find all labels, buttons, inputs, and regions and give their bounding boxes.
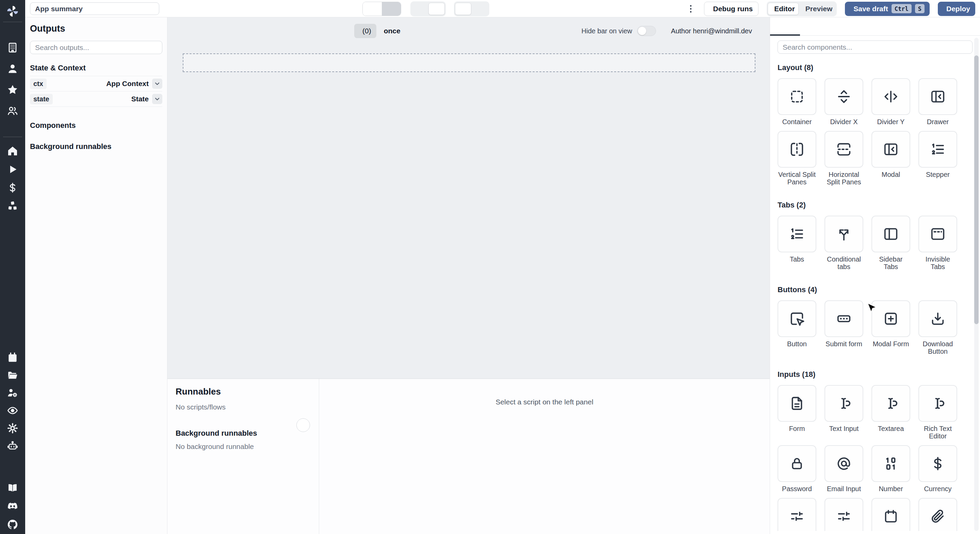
component-card-divider-x[interactable] <box>824 78 863 115</box>
component-card-conditional-tabs[interactable] <box>824 216 863 253</box>
scrollbar-thumb[interactable] <box>974 56 978 324</box>
canvas-dropzone[interactable] <box>183 53 756 72</box>
component-card-drawer[interactable] <box>918 78 957 115</box>
component-card-currency[interactable] <box>918 445 957 482</box>
component-item: File Input <box>918 498 957 531</box>
component-card-date[interactable] <box>872 498 910 531</box>
preview-tab[interactable]: Preview <box>799 3 836 15</box>
component-card-tabs[interactable] <box>778 216 816 253</box>
fullwidth-layout-button[interactable] <box>472 3 488 15</box>
gear-icon[interactable] <box>6 422 19 434</box>
component-item: Vertical Split Panes <box>778 131 816 186</box>
component-card-invisible-tabs[interactable] <box>918 216 957 253</box>
user-icon[interactable] <box>6 63 19 75</box>
panel-left-close-icon <box>930 89 946 105</box>
users-gear-icon[interactable] <box>6 387 19 399</box>
component-item: Conditional tabs <box>824 216 863 270</box>
component-card-range[interactable] <box>824 498 863 531</box>
hide-bar-toggle[interactable] <box>637 26 656 36</box>
component-card-sidebar-tabs[interactable] <box>872 216 910 253</box>
tab-components-settings[interactable] <box>797 17 823 35</box>
boxes-icon[interactable] <box>6 200 19 212</box>
component-card-divider-y[interactable] <box>872 78 910 115</box>
component-card-button[interactable] <box>778 300 816 337</box>
separator-v-icon <box>883 89 899 105</box>
save-draft-button[interactable]: Save draft Ctrl S <box>845 2 930 16</box>
component-card-email-input[interactable] <box>824 445 863 482</box>
component-card-container[interactable] <box>778 78 816 115</box>
tab-theme[interactable] <box>823 17 850 35</box>
component-item: Stepper <box>918 131 957 186</box>
component-card-text-input[interactable] <box>824 385 863 422</box>
active-tab-underline <box>770 34 800 36</box>
home-icon[interactable] <box>6 145 19 157</box>
debug-runs-button[interactable]: Debug runs <box>704 2 759 16</box>
search-components-input[interactable] <box>778 40 972 54</box>
app-canvas[interactable]: (0) once Hide bar on view Author henri@w… <box>167 17 770 378</box>
calendar-icon[interactable] <box>6 351 19 364</box>
component-card-rich-text-editor[interactable] <box>918 385 957 422</box>
component-card-form[interactable] <box>778 385 816 422</box>
github-icon[interactable] <box>6 518 19 531</box>
schedule-select[interactable]: once <box>384 27 403 35</box>
panel-dashed-icon <box>930 226 946 242</box>
center-layout-button[interactable] <box>455 3 471 15</box>
component-item: Form <box>778 385 816 440</box>
mobile-view-button[interactable] <box>411 3 428 15</box>
component-label: Currency <box>924 485 951 493</box>
building-icon[interactable] <box>6 41 19 54</box>
app-summary-input[interactable] <box>30 2 159 15</box>
chevron-down-icon <box>154 80 161 87</box>
component-card-modal[interactable] <box>872 131 910 168</box>
desktop-view-button[interactable] <box>428 3 445 15</box>
component-card-file-input[interactable] <box>918 498 957 531</box>
component-item: Modal <box>872 131 910 186</box>
tab-insert-component[interactable] <box>770 17 797 35</box>
refresh-count-button[interactable]: (0) <box>354 24 376 38</box>
windmill-logo[interactable] <box>5 4 20 18</box>
script-editor-placeholder: Select a script on the left panel <box>319 379 770 534</box>
editor-tab[interactable]: Editor <box>768 3 799 15</box>
star-icon[interactable] <box>6 84 19 96</box>
canvas-controls-left: (0) once <box>354 24 403 38</box>
discord-icon[interactable] <box>6 500 19 512</box>
component-item: Horizontal Split Panes <box>824 131 863 186</box>
component-card-number[interactable] <box>872 445 910 482</box>
undo-button[interactable] <box>363 2 382 16</box>
component-card-stepper[interactable] <box>918 131 957 168</box>
users-icon[interactable] <box>6 105 19 117</box>
binary-icon <box>883 456 899 471</box>
expand-row-button[interactable] <box>152 94 162 104</box>
component-card-password[interactable] <box>778 445 816 482</box>
eye-icon[interactable] <box>6 404 19 416</box>
flip-h-icon <box>789 141 805 157</box>
download-icon <box>930 311 946 326</box>
folder-open-icon[interactable] <box>6 369 19 381</box>
deploy-button[interactable]: Deploy <box>938 2 975 16</box>
redo-button[interactable] <box>382 2 401 16</box>
robot-icon[interactable] <box>6 440 19 452</box>
component-card-vertical-split-panes[interactable] <box>778 131 816 168</box>
component-card-slider[interactable] <box>778 498 816 531</box>
kebab-menu-icon[interactable] <box>686 4 696 14</box>
component-card-horizontal-split-panes[interactable] <box>824 131 863 168</box>
add-background-runnable-button[interactable] <box>296 418 310 432</box>
component-item: Email Input <box>824 445 863 493</box>
dollar-icon[interactable] <box>6 182 19 194</box>
component-card-submit-form[interactable] <box>824 300 863 337</box>
search-outputs-input[interactable] <box>30 41 162 54</box>
component-card-textarea[interactable] <box>872 385 910 422</box>
expand-row-button[interactable] <box>152 79 162 89</box>
component-item: Tabs <box>778 216 816 270</box>
state-context-rows: ctxApp ContextstateState <box>30 76 162 107</box>
background-runnables-heading: Background runnables <box>176 429 257 438</box>
book-open-icon[interactable] <box>6 482 19 494</box>
component-item: Sidebar Tabs <box>872 216 910 270</box>
component-label: Invisible Tabs <box>918 256 957 270</box>
pointer-square-icon <box>789 311 805 326</box>
play-icon[interactable] <box>6 163 19 175</box>
palette-scrollbar[interactable] <box>974 38 978 531</box>
flip-v-icon <box>836 141 852 157</box>
component-card-download-button[interactable] <box>918 300 957 337</box>
rail-group <box>6 142 19 215</box>
